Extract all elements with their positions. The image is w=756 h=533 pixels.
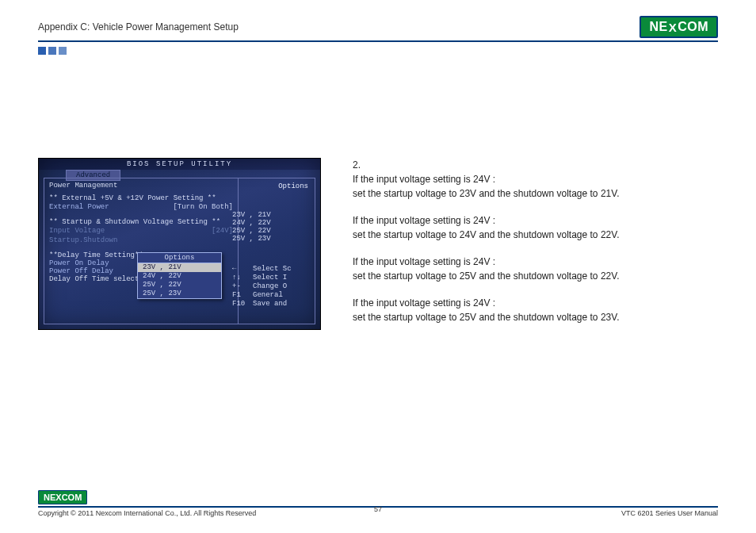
bios-option: 23V , 21V: [232, 211, 311, 219]
bios-external-power-label: External Power: [49, 202, 109, 212]
popup-title: Options: [138, 253, 221, 263]
logo-x-icon: X: [669, 21, 678, 34]
square-icon: [48, 47, 56, 55]
page-number: 57: [38, 505, 718, 513]
header-title: Appendix C: Vehicle Power Management Set…: [38, 21, 239, 33]
logo-pre: NE: [649, 20, 667, 34]
decorative-squares: [38, 47, 718, 55]
popup-option: 24V , 22V: [138, 272, 221, 281]
bios-option: 25V , 22V: [232, 227, 311, 235]
square-icon: [59, 47, 67, 55]
bios-option: 25V , 23V: [232, 235, 311, 243]
logo-x-icon: X: [55, 493, 61, 502]
bios-help-text: General: [253, 291, 283, 300]
arrow-left-icon: ←: [232, 265, 246, 274]
bios-screenshot: BIOS SETUP UTILITY Advanced Power Manage…: [38, 158, 321, 330]
bios-help-text: Change O: [253, 282, 287, 291]
arrow-updown-icon: ↑↓: [232, 274, 246, 282]
para-line: If the input voltage setting is 24V :: [353, 296, 718, 310]
logo-post: COM: [678, 20, 708, 34]
para-line: set the startup voltage to 24V and the s…: [353, 228, 718, 242]
bios-help-text: Select Sc: [253, 265, 292, 274]
f10-key: F10: [232, 300, 246, 309]
bios-section-external: ** External +5V & +12V Power Setting **: [49, 194, 233, 202]
header-rule: [38, 40, 718, 42]
bios-panel-heading: Power Management: [49, 182, 233, 190]
bios-options-popup: Options 23V , 21V 24V , 22V 25V , 22V 25…: [137, 252, 222, 299]
para-line: set the startup voltage to 23V and the s…: [353, 186, 718, 201]
logo-post: COM: [62, 493, 82, 502]
plus-minus-icon: +-: [232, 282, 246, 291]
logo-pre: NE: [44, 493, 55, 502]
page-header: Appendix C: Vehicle Power Management Set…: [38, 16, 718, 38]
bios-help-text: Save and: [253, 300, 287, 309]
step-number: 2.: [353, 158, 718, 172]
nexcom-logo: NEXCOM: [640, 16, 718, 38]
square-icon: [38, 47, 46, 55]
nexcom-logo-small: NEXCOM: [38, 490, 87, 504]
bios-help-text: Select I: [253, 274, 287, 282]
bios-external-power-value: [Turn On Both]: [173, 202, 233, 212]
bios-input-voltage-label: Input Voltage: [49, 226, 105, 236]
para-line: If the input voltage setting is 24V :: [353, 213, 718, 228]
bios-section-startup: ** Startup & Shutdown Voltage Setting **: [49, 218, 233, 226]
para-line: If the input voltage setting is 24V :: [353, 255, 718, 269]
bios-title: BIOS SETUP UTILITY: [39, 159, 320, 170]
para-line: set the startup voltage to 25V and the s…: [353, 269, 718, 283]
popup-option: 25V , 22V: [138, 281, 221, 290]
bios-option: 24V , 22V: [232, 219, 311, 227]
bios-panel: Power Management ** External +5V & +12V …: [44, 178, 315, 324]
bios-options-heading: Options: [232, 182, 311, 192]
bios-startup-shutdown-label: Startup.Shutdown: [49, 236, 117, 245]
popup-option-selected: 23V , 21V: [138, 263, 221, 272]
para-line: set the startup voltage to 25V and the s…: [353, 310, 718, 324]
para-line: If the input voltage setting is 24V :: [353, 172, 718, 186]
f1-key: F1: [232, 291, 246, 300]
popup-option: 25V , 23V: [138, 290, 221, 298]
page-footer: NEXCOM 57 Copyright © 2011 Nexcom Intern…: [38, 489, 718, 517]
instruction-text: 2. If the input voltage setting is 24V :…: [353, 158, 718, 337]
